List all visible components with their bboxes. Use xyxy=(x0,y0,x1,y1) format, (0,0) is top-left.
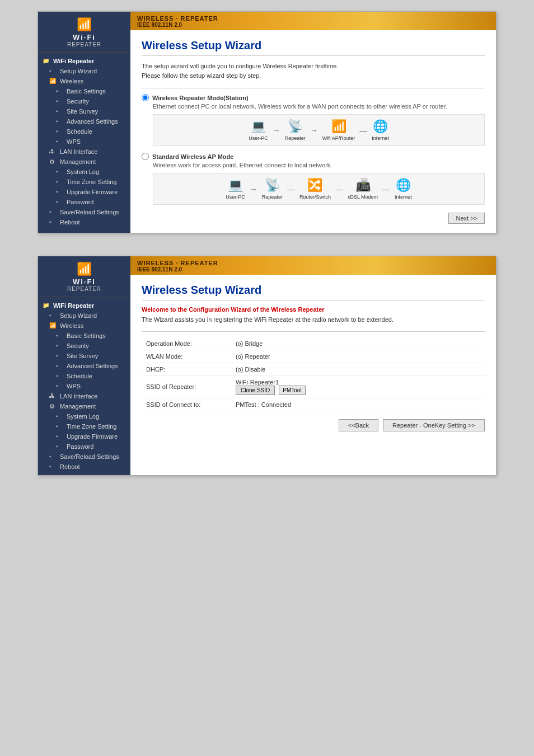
nav-management-2[interactable]: Management xyxy=(38,401,130,411)
nav-lan-interface-1[interactable]: LAN Interface xyxy=(38,147,130,157)
nav-advanced-settings-1[interactable]: Advanced Settings xyxy=(38,116,130,126)
nav-timezone-1[interactable]: Time Zone Setting xyxy=(38,177,130,187)
divider-2 xyxy=(142,331,485,332)
nav-site-survey-1[interactable]: Site Survey xyxy=(38,106,130,116)
nav-schedule-2[interactable]: Schedule xyxy=(38,371,130,381)
value-operation-mode: (o) Bridge xyxy=(231,337,485,350)
page-icon-sw1 xyxy=(49,68,57,74)
mode-option-1: Wireless Repeater Mode(Station) Ethernet… xyxy=(142,94,485,146)
sidebar-nav-1: WiFi Repeater Setup Wizard Wireless Basi… xyxy=(38,53,130,231)
next-button-1[interactable]: Next >> xyxy=(448,213,485,224)
nav-reboot-2[interactable]: Reboot xyxy=(38,462,130,472)
divider-1 xyxy=(142,88,485,88)
mgmt-icon-2 xyxy=(49,403,57,410)
label-ssid-connect: SSID of Connect to: xyxy=(142,398,231,411)
page-icon-pw1 xyxy=(56,199,64,205)
page-icon-sl2 xyxy=(56,413,64,420)
nav-savereload-1[interactable]: Save/Reload Settings xyxy=(38,207,130,217)
page-icon-as1 xyxy=(56,118,64,125)
nav-savereload-2[interactable]: Save/Reload Settings xyxy=(38,452,130,462)
clone-ssid-button[interactable]: Clone SSID xyxy=(236,386,275,395)
nav-wps-2[interactable]: WPS xyxy=(38,381,130,391)
nav-wifi-repeater-1[interactable]: WiFi Repeater xyxy=(38,56,130,66)
label-ssid-repeater: SSID of Repeater: xyxy=(142,375,231,398)
nav-upgrade-firmware-1[interactable]: Upgrade Firmware xyxy=(38,187,130,197)
mode-desc-1: Ethernet connect PC or local network, Wi… xyxy=(153,103,485,110)
nav-reboot-1[interactable]: Reboot xyxy=(38,217,130,227)
diagram-item-internet-2: 🌐 Internet xyxy=(395,178,412,200)
folder-icon-2 xyxy=(43,302,50,309)
nav-password-1[interactable]: Password xyxy=(38,197,130,207)
table-row-wlan-mode: WLAN Mode: (o) Repeater xyxy=(142,350,485,363)
nav-advanced-settings-2[interactable]: Advanced Settings xyxy=(38,361,130,371)
wizard-title-2: Wireless Setup Wizard xyxy=(142,284,485,300)
btn-row-2: <<Back Repeater - OneKey Setting >> xyxy=(142,419,485,431)
mgmt-icon-1 xyxy=(49,158,57,165)
logo-title-1: Wi·Fi xyxy=(73,33,96,41)
mode-radio-2[interactable] xyxy=(142,153,149,160)
nav-setup-wizard-2[interactable]: Setup Wizard xyxy=(38,311,130,321)
nav-system-log-2[interactable]: System Log xyxy=(38,411,130,421)
diagram-item-userpc-1: 💻 User-PC xyxy=(249,119,268,141)
product-line-2: WIRELESS · REPEATER xyxy=(137,260,489,266)
wireless-icon-1 xyxy=(49,78,57,84)
header-bar-1: WIRELESS · REPEATER IEEE 802.11N 2.0 xyxy=(130,12,496,30)
diagram-item-repeater-1: 📡 Repeater xyxy=(285,119,306,141)
nav-schedule-1[interactable]: Schedule xyxy=(38,126,130,137)
sidebar-1: 📶 Wi·Fi REPEATER WiFi Repeater Setup Wiz… xyxy=(38,12,130,233)
welcome-text-2: Welcome to the Configuration Wizard of t… xyxy=(142,306,485,313)
page-icon-sch2 xyxy=(56,373,64,379)
page-icon-tz1 xyxy=(56,179,64,185)
dsl-icon-2: 📠 xyxy=(355,178,371,192)
header-bar-2: WIRELESS · REPEATER IEEE 802.11N 2.0 xyxy=(130,256,496,275)
userpc-icon-1: 💻 xyxy=(251,119,266,134)
diagram-item-dsl-2: 📠 xDSL Modem xyxy=(348,178,378,200)
wizard-title-1: Wireless Setup Wizard xyxy=(142,39,485,56)
page-icon-tz2 xyxy=(56,423,64,430)
arrow-2b: — xyxy=(287,185,295,194)
nav-wireless-2[interactable]: Wireless xyxy=(38,321,130,331)
nav-lan-interface-2[interactable]: LAN Interface xyxy=(38,391,130,401)
info-table-2: Operation Mode: (o) Bridge WLAN Mode: (o… xyxy=(142,337,485,411)
table-row-ssid-connect: SSID of Connect to: PMTest : Connected xyxy=(142,398,485,411)
diagram-item-router-1: 📶 Wifi AP/Router xyxy=(322,119,355,141)
nav-wireless-1[interactable]: Wireless xyxy=(38,76,130,86)
nav-upgrade-firmware-2[interactable]: Upgrade Firmware xyxy=(38,431,130,442)
nav-basic-settings-2[interactable]: Basic Settings xyxy=(38,331,130,341)
nav-timezone-2[interactable]: Time Zone Setting xyxy=(38,421,130,431)
nav-password-2[interactable]: Password xyxy=(38,442,130,452)
back-button-2[interactable]: <<Back xyxy=(339,419,378,431)
nav-security-2[interactable]: Security xyxy=(38,341,130,351)
router-icon-1: 📶 xyxy=(331,119,346,134)
nav-security-1[interactable]: Security xyxy=(38,96,130,106)
logo-subtitle-1: REPEATER xyxy=(67,41,101,48)
table-row-dhcp: DHCP: (o) Disable xyxy=(142,363,485,375)
diagram-item-internet-1: 🌐 Internet xyxy=(372,119,389,141)
page-icon-bs1 xyxy=(56,88,64,95)
onekey-setting-button[interactable]: Repeater - OneKey Setting >> xyxy=(383,419,485,431)
mode-label-2: Standard Wireless AP Mode xyxy=(142,153,485,160)
table-row-ssid-repeater: SSID of Repeater: WiFi-Repeater1 Clone S… xyxy=(142,375,485,398)
main-content-1: WIRELESS · REPEATER IEEE 802.11N 2.0 Wir… xyxy=(130,12,496,233)
ieee-1: IEEE 802.11N 2.0 xyxy=(137,22,489,28)
nav-basic-settings-1[interactable]: Basic Settings xyxy=(38,86,130,96)
page-icon-uf2 xyxy=(56,433,64,440)
repeater-icon-1: 📡 xyxy=(288,119,303,134)
nav-system-log-1[interactable]: System Log xyxy=(38,167,130,177)
arrow-1a: → xyxy=(273,126,280,135)
wifi-logo-icon: 📶 xyxy=(77,17,92,32)
nav-wps-1[interactable]: WPS xyxy=(38,137,130,147)
nav-site-survey-2[interactable]: Site Survey xyxy=(38,351,130,361)
pmtool-button[interactable]: PMTool xyxy=(279,386,305,395)
wizard-desc-1: The setup wizard will guide you to confi… xyxy=(142,62,485,80)
page-container: 📶 Wi·Fi REPEATER WiFi Repeater Setup Wiz… xyxy=(11,11,523,476)
mode-radio-1[interactable] xyxy=(142,94,149,101)
nav-setup-wizard-1[interactable]: Setup Wizard xyxy=(38,66,130,76)
page-icon-wps2 xyxy=(56,383,64,389)
repeater-icon-2: 📡 xyxy=(265,178,280,192)
mode-option-2: Standard Wireless AP Mode Wireless work … xyxy=(142,153,485,205)
lan-icon-2 xyxy=(49,393,57,400)
nav-management-1[interactable]: Management xyxy=(38,157,130,167)
nav-wifi-repeater-2[interactable]: WiFi Repeater xyxy=(38,300,130,311)
page-icon-pw2 xyxy=(56,443,64,450)
